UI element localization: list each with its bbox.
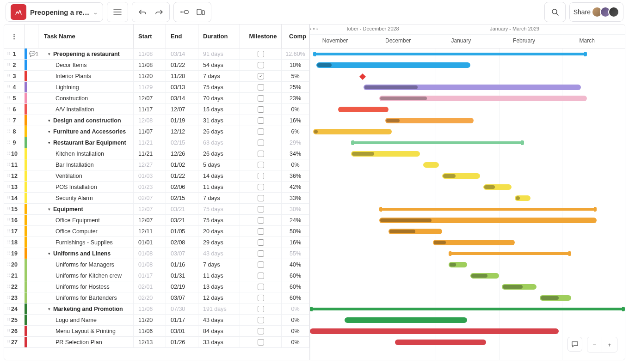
complete-cell[interactable]: 29% (282, 137, 309, 148)
start-cell[interactable]: 11/06 (134, 326, 166, 336)
end-cell[interactable]: 02/19 (166, 281, 198, 292)
end-cell[interactable]: 03/07 (166, 292, 198, 303)
row-number[interactable]: 23 (4, 292, 25, 303)
col-end[interactable]: End (166, 24, 198, 48)
gantt-row[interactable] (310, 226, 625, 237)
table-row[interactable]: 2Decor Items11/0801/2254 days10% (4, 60, 309, 71)
start-cell[interactable]: 11/21 (134, 137, 166, 148)
start-cell[interactable]: 11/29 (134, 82, 166, 92)
checkbox[interactable] (258, 217, 264, 224)
start-cell[interactable]: 12/08 (134, 115, 166, 126)
start-cell[interactable]: 01/03 (134, 170, 166, 181)
duration-cell[interactable]: 43 days (198, 315, 240, 325)
complete-cell[interactable]: 24% (282, 215, 309, 225)
task-name-cell[interactable]: Furnishings - Supplies (41, 237, 134, 248)
comments-button[interactable] (567, 337, 582, 352)
duration-cell[interactable]: 63 days (198, 137, 240, 148)
start-cell[interactable]: 11/08 (134, 49, 166, 59)
duration-cell[interactable]: 75 days (198, 82, 240, 92)
gantt-bar[interactable] (316, 62, 471, 68)
start-cell[interactable]: 01/08 (134, 259, 166, 270)
checkbox[interactable] (258, 295, 264, 301)
task-name-cell[interactable]: Furniture and Accessories (41, 126, 134, 137)
start-cell[interactable]: 11/06 (134, 303, 166, 314)
row-number[interactable]: 5 (4, 93, 25, 103)
duration-cell[interactable]: 11 days (198, 182, 240, 192)
table-row[interactable]: 9Restaurant Bar Equipment11/2102/1563 da… (4, 137, 309, 148)
checkbox[interactable] (258, 151, 264, 157)
comment-cell[interactable]: 💬1 (27, 49, 41, 59)
milestone-cell[interactable] (240, 259, 282, 270)
complete-cell[interactable]: 60% (282, 292, 309, 303)
duration-cell[interactable]: 70 days (198, 93, 240, 103)
task-name-cell[interactable]: Menu Layout & Printing (41, 326, 134, 336)
duration-cell[interactable]: 20 days (198, 226, 240, 237)
checkbox[interactable] (258, 239, 264, 246)
gantt-bar[interactable] (470, 273, 499, 279)
duration-cell[interactable]: 31 days (198, 115, 240, 126)
row-number[interactable]: 14 (4, 193, 25, 203)
gantt-summary-bar[interactable] (351, 141, 524, 144)
row-number[interactable]: 2 (4, 60, 25, 70)
end-cell[interactable]: 01/31 (166, 270, 198, 281)
complete-cell[interactable]: 16% (282, 237, 309, 248)
table-row[interactable]: 8Furniture and Accessories11/0712/1226 d… (4, 126, 309, 137)
milestone-cell[interactable] (240, 93, 282, 103)
complete-cell[interactable]: 55% (282, 248, 309, 259)
complete-cell[interactable]: 34% (282, 148, 309, 159)
row-number[interactable]: 7 (4, 115, 25, 126)
row-number[interactable]: 4 (4, 82, 25, 92)
comment-cell[interactable] (27, 93, 41, 103)
checkbox[interactable] (258, 117, 264, 124)
task-name-cell[interactable]: Uniforms and Linens (41, 248, 134, 259)
start-cell[interactable]: 02/20 (134, 292, 166, 303)
start-cell[interactable]: 11/20 (134, 71, 166, 81)
milestone-cell[interactable] (240, 104, 282, 115)
comment-cell[interactable] (27, 115, 41, 126)
table-row[interactable]: 26Menu Layout & Printing11/0603/0184 day… (4, 326, 309, 337)
comment-cell[interactable] (27, 170, 41, 181)
milestone-cell[interactable]: ✓ (240, 71, 282, 81)
comment-cell[interactable] (27, 248, 41, 259)
end-cell[interactable]: 12/12 (166, 126, 198, 137)
start-cell[interactable]: 11/21 (134, 148, 166, 159)
gantt-row[interactable] (310, 204, 625, 215)
comment-cell[interactable] (27, 281, 41, 292)
comment-cell[interactable] (27, 259, 41, 270)
row-number[interactable]: 26 (4, 326, 25, 336)
complete-cell[interactable]: 23% (282, 93, 309, 103)
task-name-cell[interactable]: Uniforms for Managers (41, 259, 134, 270)
start-cell[interactable]: 01/17 (134, 270, 166, 281)
start-cell[interactable]: 11/20 (134, 315, 166, 325)
end-cell[interactable]: 03/14 (166, 93, 198, 103)
gantt-bar[interactable] (345, 317, 468, 323)
col-milestone[interactable]: Milestone (240, 24, 282, 48)
gantt-bar[interactable] (449, 262, 468, 267)
milestone-cell[interactable] (240, 159, 282, 170)
milestone-cell[interactable] (240, 215, 282, 225)
milestone-cell[interactable] (240, 315, 282, 325)
duration-cell[interactable]: 12 days (198, 292, 240, 303)
gantt-bar[interactable] (351, 151, 420, 157)
complete-cell[interactable]: 33% (282, 193, 309, 203)
end-cell[interactable]: 01/26 (166, 337, 198, 347)
col-duration[interactable]: Duration (198, 24, 240, 48)
checkbox[interactable] (258, 273, 264, 279)
milestone-cell[interactable] (240, 182, 282, 192)
table-row[interactable]: 21Uniforms for Kitchen crew01/1701/3111 … (4, 270, 309, 281)
row-number[interactable]: 15 (4, 204, 25, 214)
complete-cell[interactable]: 0% (282, 337, 309, 347)
comment-cell[interactable] (27, 148, 41, 159)
row-number[interactable]: 22 (4, 281, 25, 292)
comment-cell[interactable] (27, 337, 41, 347)
end-cell[interactable]: 11/28 (166, 71, 198, 81)
table-row[interactable]: 20Uniforms for Managers01/0801/167 days4… (4, 259, 309, 270)
task-name-cell[interactable]: Office Equipment (41, 215, 134, 225)
checkbox[interactable] (258, 162, 264, 168)
milestone-cell[interactable] (240, 248, 282, 259)
end-cell[interactable]: 03/21 (166, 204, 198, 214)
redo-button[interactable] (151, 4, 167, 20)
milestone-cell[interactable] (240, 126, 282, 137)
table-row[interactable]: 14Security Alarm02/0702/157 days33% (4, 193, 309, 204)
duration-cell[interactable]: 26 days (198, 126, 240, 137)
